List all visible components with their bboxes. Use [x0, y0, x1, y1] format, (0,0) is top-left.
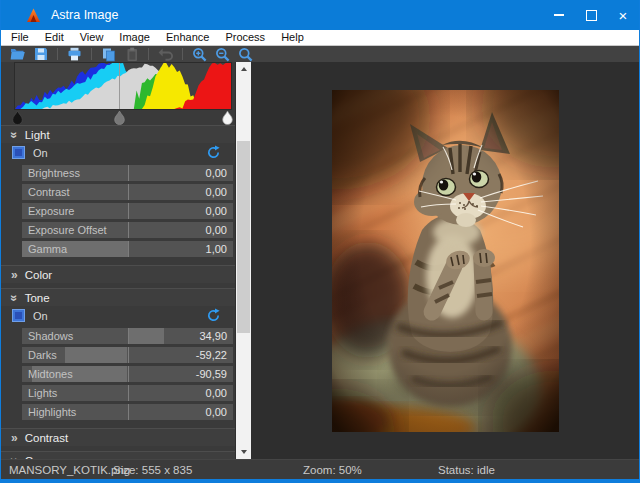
paste-button[interactable] [123, 47, 140, 62]
titlebar[interactable]: Astra Image × [1, 0, 639, 30]
light-reset-icon[interactable] [206, 145, 221, 160]
maximize-icon [586, 10, 597, 21]
minimize-icon [554, 14, 564, 16]
maximize-button[interactable] [575, 0, 607, 30]
slider-value: 0,00 [206, 184, 227, 200]
light-on-checkbox[interactable] [12, 146, 25, 159]
copy-button[interactable] [100, 47, 117, 62]
scroll-up-button[interactable] [236, 62, 251, 76]
slider-value: 0,00 [206, 165, 227, 181]
toolbar-separator [91, 48, 92, 60]
black-point-handle[interactable] [11, 111, 24, 125]
slider-center-mark [128, 366, 129, 382]
slider-value: 34,90 [199, 328, 227, 344]
adjustments-panel-content: » Light On Brightness 0,00 [1, 62, 235, 459]
undo-icon [158, 47, 174, 61]
slider-label: Highlights [28, 404, 76, 420]
window-controls: × [543, 0, 639, 30]
tone-on-checkbox[interactable] [12, 309, 25, 322]
scroll-down-button[interactable] [236, 445, 251, 459]
menu-edit[interactable]: Edit [37, 30, 72, 45]
status-state: Status: idle [438, 460, 495, 480]
save-button[interactable] [32, 47, 49, 62]
slider-center-mark [128, 165, 129, 181]
slider-label: Brightness [28, 165, 80, 181]
light-on-label: On [33, 147, 48, 159]
histogram-svg [15, 63, 231, 109]
slider-value: 0,00 [206, 203, 227, 219]
slider-exposure-offset[interactable]: Exposure Offset 0,00 [22, 222, 233, 238]
slider-center-mark [128, 385, 129, 401]
save-icon [34, 47, 48, 61]
adjustments-panel: » Light On Brightness 0,00 [1, 62, 251, 459]
status-size: Size: 555 x 835 [113, 460, 192, 480]
arrow-up-icon [241, 67, 247, 71]
zoom-out-button[interactable] [214, 47, 231, 62]
scrollbar-thumb[interactable] [237, 141, 250, 333]
menu-enhance[interactable]: Enhance [158, 30, 217, 45]
light-on-row: On [1, 143, 235, 162]
zoom-in-button[interactable] [191, 47, 208, 62]
chevron-down-icon: » [8, 131, 20, 138]
toolbar-separator [148, 48, 149, 60]
slider-center-mark [128, 203, 129, 219]
white-point-handle[interactable] [221, 111, 234, 125]
undo-button[interactable] [157, 47, 174, 62]
panel-scrollbar[interactable] [235, 62, 251, 459]
slider-brightness[interactable]: Brightness 0,00 [22, 165, 233, 181]
slider-lights[interactable]: Lights 0,00 [22, 385, 233, 401]
slider-contrast[interactable]: Contrast 0,00 [22, 184, 233, 200]
slider-center-mark [128, 184, 129, 200]
section-contrast-title: Contrast [25, 432, 68, 444]
tone-reset-icon[interactable] [206, 308, 221, 323]
menu-file[interactable]: File [3, 30, 37, 45]
slider-shadows[interactable]: Shadows 34,90 [22, 328, 233, 344]
minimize-button[interactable] [543, 0, 575, 30]
close-icon: × [619, 7, 628, 24]
toolbar [1, 46, 639, 62]
image-canvas[interactable] [251, 62, 639, 459]
slider-midtones[interactable]: Midtones -90,59 [22, 366, 233, 382]
open-button[interactable] [9, 47, 26, 62]
section-color-header[interactable]: » Color [1, 265, 235, 283]
window-title: Astra Image [51, 8, 118, 22]
histogram-handles [14, 111, 232, 125]
app-logo-icon [25, 7, 42, 23]
print-button[interactable] [66, 47, 83, 62]
slider-center-mark [128, 347, 129, 363]
slider-value: 1,00 [206, 241, 227, 257]
slider-label: Gamma [28, 241, 67, 257]
mid-point-handle[interactable] [113, 111, 126, 125]
slider-highlights[interactable]: Highlights 0,00 [22, 404, 233, 420]
status-zoom: Zoom: 50% [303, 460, 362, 480]
slider-value: -90,59 [196, 366, 227, 382]
section-light-header[interactable]: » Light [1, 125, 235, 143]
menu-view[interactable]: View [72, 30, 112, 45]
slider-center-mark [128, 404, 129, 420]
slider-value: 0,00 [206, 385, 227, 401]
close-button[interactable]: × [607, 0, 639, 30]
print-icon [67, 47, 82, 61]
slider-gamma[interactable]: Gamma 1,00 [22, 241, 233, 257]
slider-darks[interactable]: Darks -59,22 [22, 347, 233, 363]
section-contrast-header[interactable]: » Contrast [1, 428, 235, 446]
menubar: File Edit View Image Enhance Process Hel… [1, 30, 639, 46]
menu-image[interactable]: Image [111, 30, 158, 45]
slider-label: Lights [28, 385, 57, 401]
section-light-title: Light [25, 129, 50, 141]
slider-exposure[interactable]: Exposure 0,00 [22, 203, 233, 219]
section-tone-header[interactable]: » Tone [1, 288, 235, 306]
copy-icon [101, 47, 116, 62]
paste-icon [125, 47, 139, 62]
menu-process[interactable]: Process [217, 30, 273, 45]
toolbar-separator [57, 48, 58, 60]
slider-center-mark [128, 328, 129, 344]
tone-on-label: On [33, 310, 48, 322]
tone-on-row: On [1, 306, 235, 325]
zoom-tool-button[interactable] [237, 47, 254, 62]
section-curves-header[interactable]: » Curves [1, 451, 235, 459]
slider-label: Exposure Offset [28, 222, 107, 238]
menu-help[interactable]: Help [273, 30, 312, 45]
slider-center-mark [128, 222, 129, 238]
histogram[interactable] [14, 62, 232, 110]
